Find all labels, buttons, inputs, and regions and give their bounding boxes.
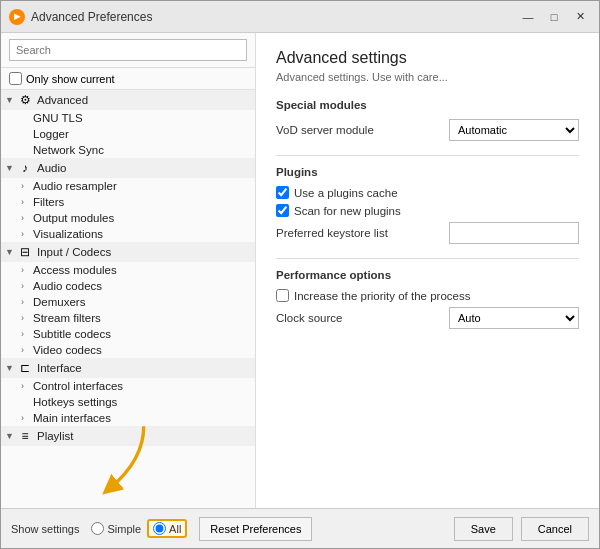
chevron-audio-resampler: › (21, 181, 33, 191)
only-show-current-label: Only show current (26, 73, 115, 85)
clock-source-select[interactable]: Auto (449, 307, 579, 329)
keystore-input[interactable] (449, 222, 579, 244)
chevron-stream-filters: › (21, 313, 33, 323)
chevron-demuxers: › (21, 297, 33, 307)
tree-label-advanced: Advanced (37, 94, 88, 106)
keystore-row: Preferred keystore list (276, 222, 579, 244)
scan-new-plugins-label: Scan for new plugins (294, 205, 401, 217)
tree-label-hotkeys-settings: Hotkeys settings (33, 396, 117, 408)
minimize-button[interactable]: — (517, 6, 539, 28)
chevron-subtitle-codecs: › (21, 329, 33, 339)
save-button[interactable]: Save (454, 517, 513, 541)
use-plugins-cache-label: Use a plugins cache (294, 187, 398, 199)
performance-section: Performance options Increase the priorit… (276, 269, 579, 329)
close-button[interactable]: ✕ (569, 6, 591, 28)
tree-label-main-interfaces: Main interfaces (33, 412, 111, 424)
special-modules-section: Special modules VoD server module Automa… (276, 99, 579, 141)
tree-label-output-modules: Output modules (33, 212, 114, 224)
tree-item-gnu-tls[interactable]: GNU TLS (1, 110, 255, 126)
search-input[interactable] (9, 39, 247, 61)
tree-item-filters[interactable]: › Filters (1, 194, 255, 210)
tree-item-audio-resampler[interactable]: › Audio resampler (1, 178, 255, 194)
radio-simple-input[interactable] (91, 522, 104, 535)
performance-title: Performance options (276, 269, 579, 281)
title-bar: ▶ Advanced Preferences — □ ✕ (1, 1, 599, 33)
tree-item-logger[interactable]: Logger (1, 126, 255, 142)
cancel-button[interactable]: Cancel (521, 517, 589, 541)
radio-all-input[interactable] (153, 522, 166, 535)
keystore-label: Preferred keystore list (276, 227, 441, 239)
use-plugins-cache-checkbox[interactable] (276, 186, 289, 199)
title-bar-left: ▶ Advanced Preferences (9, 9, 152, 25)
chevron-control-interfaces: › (21, 381, 33, 391)
tree-item-network-sync[interactable]: Network Sync (1, 142, 255, 158)
tree-item-input-codecs[interactable]: ▼ ⊟ Input / Codecs (1, 242, 255, 262)
tree-item-interface[interactable]: ▼ ⊏ Interface (1, 358, 255, 378)
tree-label-audio-codecs: Audio codecs (33, 280, 102, 292)
show-settings-label: Show settings (11, 523, 79, 535)
chevron-input-codecs: ▼ (5, 247, 17, 257)
plugins-cache-row: Use a plugins cache (276, 186, 579, 199)
chevron-video-codecs: › (21, 345, 33, 355)
tree-label-gnu-tls: GNU TLS (33, 112, 83, 124)
tree-item-hotkeys-settings[interactable]: Hotkeys settings (1, 394, 255, 410)
reset-preferences-button[interactable]: Reset Preferences (199, 517, 312, 541)
divider-1 (276, 155, 579, 156)
interface-icon: ⊏ (17, 360, 33, 376)
music-icon: ♪ (17, 160, 33, 176)
special-modules-title: Special modules (276, 99, 579, 111)
tree-label-access-modules: Access modules (33, 264, 117, 276)
maximize-button[interactable]: □ (543, 6, 565, 28)
panel-subtitle: Advanced settings. Use with care... (276, 71, 579, 83)
vod-server-select[interactable]: Automatic (449, 119, 579, 141)
radio-group: Simple All (91, 519, 187, 538)
tree-item-playlist[interactable]: ▼ ≡ Playlist (1, 426, 255, 446)
tree-item-demuxers[interactable]: › Demuxers (1, 294, 255, 310)
tree-item-main-interfaces[interactable]: › Main interfaces (1, 410, 255, 426)
panel-title: Advanced settings (276, 49, 579, 67)
increase-priority-checkbox[interactable] (276, 289, 289, 302)
clock-source-row: Clock source Auto (276, 307, 579, 329)
chevron-main-interfaces: › (21, 413, 33, 423)
tree-label-control-interfaces: Control interfaces (33, 380, 123, 392)
app-icon: ▶ (9, 9, 25, 25)
scan-new-plugins-checkbox[interactable] (276, 204, 289, 217)
only-show-current-checkbox[interactable] (9, 72, 22, 85)
tree-item-visualizations[interactable]: › Visualizations (1, 226, 255, 242)
tree-item-stream-filters[interactable]: › Stream filters (1, 310, 255, 326)
divider-2 (276, 258, 579, 259)
radio-simple: Simple (91, 522, 141, 535)
tree-label-playlist: Playlist (37, 430, 73, 442)
tree-item-audio-codecs[interactable]: › Audio codecs (1, 278, 255, 294)
tree-label-demuxers: Demuxers (33, 296, 85, 308)
tree-item-video-codecs[interactable]: › Video codecs (1, 342, 255, 358)
radio-all: All (147, 519, 187, 538)
tree-label-video-codecs: Video codecs (33, 344, 102, 356)
tree-label-audio: Audio (37, 162, 66, 174)
radio-simple-label: Simple (107, 523, 141, 535)
tree-item-subtitle-codecs[interactable]: › Subtitle codecs (1, 326, 255, 342)
chevron-playlist: ▼ (5, 431, 17, 441)
tree-label-interface: Interface (37, 362, 82, 374)
codec-icon: ⊟ (17, 244, 33, 260)
increase-priority-label: Increase the priority of the process (294, 290, 470, 302)
tree-item-output-modules[interactable]: › Output modules (1, 210, 255, 226)
chevron-audio: ▼ (5, 163, 17, 173)
priority-row: Increase the priority of the process (276, 289, 579, 302)
gear-icon: ⚙ (17, 92, 33, 108)
window-title: Advanced Preferences (31, 10, 152, 24)
radio-all-label: All (169, 523, 181, 535)
tree-item-advanced[interactable]: ▼ ⚙ Advanced (1, 90, 255, 110)
vod-server-row: VoD server module Automatic (276, 119, 579, 141)
chevron-interface: ▼ (5, 363, 17, 373)
chevron-advanced: ▼ (5, 95, 17, 105)
title-bar-controls: — □ ✕ (517, 6, 591, 28)
tree-item-access-modules[interactable]: › Access modules (1, 262, 255, 278)
tree-label-subtitle-codecs: Subtitle codecs (33, 328, 111, 340)
tree-container[interactable]: ▼ ⚙ Advanced GNU TLS Logger Network Sync (1, 90, 255, 508)
tree-item-audio[interactable]: ▼ ♪ Audio (1, 158, 255, 178)
bottom-bar: Show settings Simple All Reset Preferenc… (1, 508, 599, 548)
tree-item-control-interfaces[interactable]: › Control interfaces (1, 378, 255, 394)
chevron-filters: › (21, 197, 33, 207)
clock-source-label: Clock source (276, 312, 441, 324)
